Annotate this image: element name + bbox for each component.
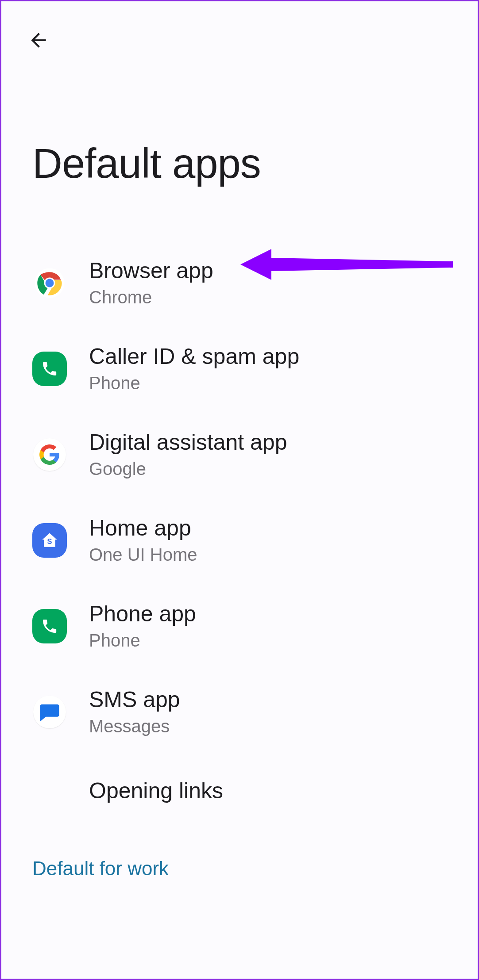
list-item-title: SMS app (89, 688, 454, 712)
list-item-subtitle: Phone (89, 631, 454, 651)
one-ui-home-icon: S (32, 523, 67, 558)
list-item-home-app[interactable]: S Home app One UI Home (1, 498, 478, 583)
default-for-work-link[interactable]: Default for work (1, 827, 478, 898)
list-item-title: Browser app (89, 259, 454, 283)
svg-point-2 (46, 279, 54, 287)
list-item-browser-app[interactable]: Browser app Chrome (1, 240, 478, 326)
list-item-subtitle: Chrome (89, 287, 454, 307)
list-item-title: Opening links (89, 779, 454, 803)
default-apps-screen: Default apps Browser app Chrome (0, 0, 479, 980)
phone-green-icon (32, 352, 67, 386)
list-item-caller-id-spam-app[interactable]: Caller ID & spam app Phone (1, 326, 478, 412)
back-button[interactable] (25, 27, 52, 54)
list-item-subtitle: One UI Home (89, 545, 454, 565)
list-item-title: Digital assistant app (89, 430, 454, 455)
phone-green-icon (32, 609, 67, 643)
google-g-icon (32, 437, 67, 472)
list-item-opening-links[interactable]: Opening links (1, 755, 478, 827)
list-item-digital-assistant-app[interactable]: Digital assistant app Google (1, 412, 478, 498)
messages-icon (32, 695, 67, 729)
list-item-subtitle: Google (89, 459, 454, 479)
list-item-sms-app[interactable]: SMS app Messages (1, 669, 478, 755)
page-title: Default apps (32, 140, 261, 188)
back-arrow-icon (27, 29, 50, 51)
list-item-subtitle: Messages (89, 716, 454, 736)
list-item-title: Home app (89, 516, 454, 540)
list-item-title: Caller ID & spam app (89, 345, 454, 369)
empty-icon (32, 773, 67, 808)
default-apps-list: Browser app Chrome Caller ID & spam app … (1, 240, 478, 898)
chrome-icon (32, 266, 67, 300)
list-item-title: Phone app (89, 602, 454, 626)
list-item-phone-app[interactable]: Phone app Phone (1, 583, 478, 669)
footer-link-label: Default for work (32, 858, 454, 880)
svg-text:S: S (47, 537, 52, 545)
list-item-subtitle: Phone (89, 373, 454, 393)
